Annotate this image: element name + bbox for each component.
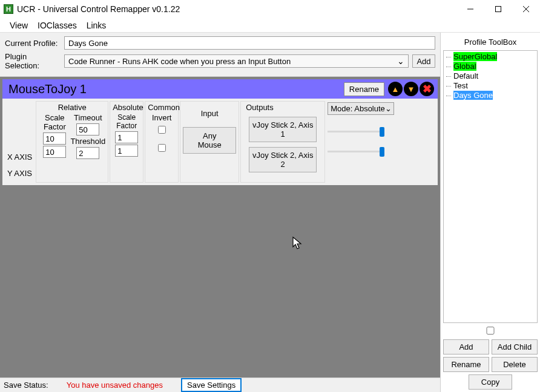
input-group-label: Input xyxy=(201,109,219,118)
plugin-selection-label: Plugin Selection: xyxy=(5,52,61,70)
output-slider-2[interactable] xyxy=(328,151,382,152)
toolbox-checkbox[interactable] xyxy=(444,327,536,335)
abs-scale-factor-label: Scale Factor xyxy=(113,113,140,130)
add-plugin-button[interactable]: Add xyxy=(412,54,435,68)
relative-group-label: Relative xyxy=(39,103,105,112)
tree-item-global[interactable]: Global xyxy=(452,62,536,71)
current-profile-input[interactable] xyxy=(64,36,435,50)
rel-scale-y-input[interactable] xyxy=(43,146,66,158)
profile-tree[interactable]: SuperGlobal Global Default Test Days Gon… xyxy=(443,50,538,323)
toolbox-add-button[interactable]: Add xyxy=(443,339,489,354)
invert-x-checkbox[interactable] xyxy=(158,126,166,134)
menu-links[interactable]: Links xyxy=(87,21,107,30)
slider-thumb-icon xyxy=(380,127,384,137)
absolute-group-label: Absolute xyxy=(113,103,140,112)
mode-dropdown[interactable]: Mode: Absolute xyxy=(328,102,394,115)
app-icon: H xyxy=(4,4,13,14)
delete-plugin-button[interactable]: ✖ xyxy=(420,82,434,96)
any-mouse-button[interactable]: Any Mouse xyxy=(183,127,236,154)
y-axis-label: Y AXIS xyxy=(7,169,32,178)
output-2-button[interactable]: vJoy Stick 2, Axis 2 xyxy=(249,147,317,172)
close-button[interactable] xyxy=(512,0,540,18)
common-group-label: Common xyxy=(148,103,176,112)
menu-ioclasses[interactable]: IOClasses xyxy=(38,21,77,30)
tree-item-label: Global xyxy=(453,62,476,71)
tree-item-label: Test xyxy=(453,81,468,90)
outputs-group-label: Outputs xyxy=(243,103,322,112)
mode-value: Mode: Absolute xyxy=(331,104,385,113)
abs-scale-y-input[interactable] xyxy=(115,145,138,157)
plugin-title: MouseToJoy 1 xyxy=(6,82,344,96)
window-title: UCR - Universal Control Remapper v0.1.22 xyxy=(17,4,456,14)
plugin-selection-dropdown[interactable]: Code Runner - Runs AHK code when you pre… xyxy=(64,54,409,68)
plugin-rename-button[interactable]: Rename xyxy=(344,82,384,96)
toolbox-rename-button[interactable]: Rename xyxy=(443,357,489,372)
toolbox-copy-button[interactable]: Copy xyxy=(469,374,512,390)
tree-item-superglobal[interactable]: SuperGlobal xyxy=(452,52,536,62)
output-1-button[interactable]: vJoy Stick 2, Axis 1 xyxy=(249,117,317,142)
invert-label: Invert xyxy=(148,113,176,122)
svg-rect-1 xyxy=(496,7,501,12)
profile-toolbox-title: Profile ToolBox xyxy=(443,38,538,47)
save-settings-button[interactable]: Save Settings xyxy=(181,378,242,392)
tree-item-days-gone[interactable]: Days Gone xyxy=(452,91,536,100)
tree-item-label: SuperGlobal xyxy=(453,52,497,61)
tree-item-label: Default xyxy=(453,71,478,80)
maximize-button[interactable] xyxy=(484,0,512,18)
save-status-message: You have unsaved changes xyxy=(67,381,163,390)
toolbox-delete-button[interactable]: Delete xyxy=(492,357,538,372)
threshold-input[interactable] xyxy=(76,147,99,159)
output-slider-1[interactable] xyxy=(328,131,382,132)
tree-item-label: Days Gone xyxy=(453,91,493,100)
scale-factor-label: Scale Factor xyxy=(39,113,70,131)
timeout-input[interactable] xyxy=(76,123,99,136)
tree-item-default[interactable]: Default xyxy=(452,71,536,81)
minimize-button[interactable] xyxy=(456,0,484,18)
slider-thumb-icon xyxy=(380,147,384,157)
abs-scale-x-input[interactable] xyxy=(115,131,138,143)
move-up-button[interactable]: ▲ xyxy=(388,82,403,96)
rel-scale-x-input[interactable] xyxy=(43,132,66,145)
toolbox-add-child-button[interactable]: Add Child xyxy=(492,339,538,354)
timeout-label: Timeout xyxy=(70,113,105,122)
tree-item-test[interactable]: Test xyxy=(452,81,536,91)
x-axis-label: X AXIS xyxy=(7,152,32,162)
move-down-button[interactable]: ▼ xyxy=(404,82,418,96)
cursor-icon xyxy=(292,237,305,251)
save-status-label: Save Status: xyxy=(4,381,48,390)
plugin-selection-value: Code Runner - Runs AHK code when you pre… xyxy=(68,57,291,66)
menu-view[interactable]: View xyxy=(10,21,28,30)
current-profile-label: Current Profile: xyxy=(5,39,61,48)
threshold-label: Threshold xyxy=(70,137,105,146)
invert-y-checkbox[interactable] xyxy=(158,144,166,152)
